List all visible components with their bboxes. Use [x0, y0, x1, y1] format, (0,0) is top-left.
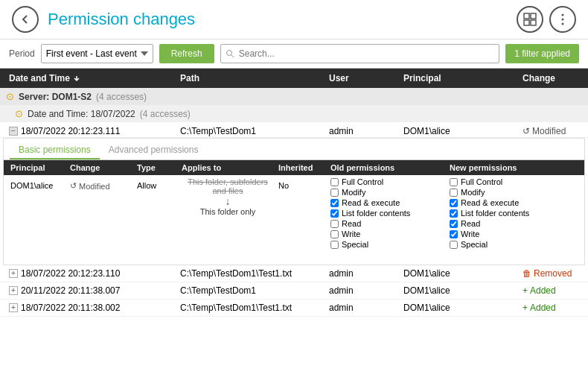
row2-principal: DOM1\alice: [400, 268, 520, 279]
row2-change: 🗑 Removed: [520, 268, 588, 279]
main-user-cell: admin: [326, 125, 400, 137]
row-3: + 20/11/2022 20:11:38.007 C:\Temp\TestDo…: [0, 282, 588, 300]
header-path: Path: [177, 73, 326, 83]
old-perm-checkbox[interactable]: [330, 199, 339, 207]
row4-change-badge: + Added: [523, 303, 556, 313]
old-perm-checkbox[interactable]: [330, 178, 339, 186]
detail-principal: DOM1\alice: [8, 177, 68, 191]
old-perm-item: Special: [330, 240, 445, 249]
server-accesses: (4 accesses): [96, 92, 147, 102]
row-4: + 18/07/2022 20:11:38.002 C:\Temp\TestDo…: [0, 300, 588, 317]
change-modified-badge: ↺ Modified: [523, 126, 566, 136]
new-perm-checkbox[interactable]: [450, 209, 458, 218]
main-change-cell: ↺ Modified: [520, 125, 588, 137]
row-2: + 18/07/2022 20:12:23.110 C:\Temp\TestDo…: [0, 265, 588, 282]
detail-tabs: Basic permissions Advanced permissions: [4, 139, 584, 160]
row2-date: + 18/07/2022 20:12:23.110: [6, 268, 177, 279]
row4-user: admin: [326, 302, 400, 314]
new-perm-checkbox[interactable]: [450, 178, 458, 186]
detail-header-type: Type: [135, 163, 179, 172]
new-perm-checkbox[interactable]: [450, 220, 458, 228]
filter-button[interactable]: 1 filter applied: [505, 44, 579, 63]
date-group-label: Date and Time: 18/07/2022: [28, 109, 135, 119]
date-icon: ⊙: [15, 108, 23, 119]
main-data-row: − 18/07/2022 20:12:23.111 C:\Temp\TestDo…: [0, 122, 588, 138]
row4-principal: DOM1\alice: [400, 302, 520, 314]
new-permissions: Full ControlModifyRead & executeList fol…: [447, 177, 566, 250]
applies-old-text: This folder, subfolders and files: [182, 177, 274, 195]
row4-expand-icon[interactable]: +: [9, 303, 18, 312]
detail-inherited: No: [276, 177, 328, 191]
new-perm-checkbox[interactable]: [450, 230, 458, 238]
tab-advanced[interactable]: Advanced permissions: [100, 142, 208, 159]
old-perm-checkbox[interactable]: [330, 230, 339, 238]
row4-date: + 18/07/2022 20:11:38.002: [6, 302, 177, 314]
header-user: User: [326, 73, 400, 83]
old-perm-item: Write: [330, 230, 445, 238]
search-input[interactable]: [220, 44, 500, 63]
table-header: Date and Time Path User Principal Change: [0, 69, 588, 88]
svg-point-5: [562, 19, 564, 21]
old-perm-item: Read & execute: [330, 198, 445, 207]
detail-header-new: New permissions: [447, 163, 566, 172]
header-right: [517, 6, 576, 33]
new-perm-checkbox[interactable]: [450, 241, 458, 249]
period-select[interactable]: First event - Last eventLast 24 hoursLas…: [41, 44, 153, 63]
back-button[interactable]: [12, 6, 39, 33]
row3-principal: DOM1\alice: [400, 285, 520, 297]
old-perm-item: Read: [330, 219, 445, 228]
detail-change: ↺ Modified: [68, 177, 135, 192]
header-change: Change: [520, 73, 588, 83]
old-perm-checkbox[interactable]: [330, 220, 339, 228]
detail-header-inherited: Inherited: [276, 163, 328, 172]
row3-change: + Added: [520, 285, 588, 297]
new-perm-item: Special: [450, 240, 564, 249]
grid-button[interactable]: [517, 6, 543, 33]
row2-user: admin: [326, 268, 400, 279]
row2-expand-icon[interactable]: +: [9, 269, 18, 278]
expand-icon[interactable]: −: [9, 127, 18, 136]
applies-arrow-icon: ↓: [226, 195, 231, 207]
row3-change-badge: + Added: [523, 285, 556, 296]
row3-date: + 20/11/2022 20:11:38.007: [6, 285, 177, 297]
app-container: Permission changes Period: [0, 0, 588, 386]
detail-change-badge: ↺ Modified: [70, 181, 110, 191]
row2-change-badge: 🗑 Removed: [523, 268, 572, 279]
svg-rect-1: [531, 13, 536, 19]
detail-header-change: Change: [68, 163, 135, 172]
new-perm-item: List folder contents: [450, 209, 564, 218]
header-datetime: Date and Time: [6, 73, 177, 83]
new-perm-item: Read & execute: [450, 198, 564, 207]
page-title: Permission changes: [48, 10, 195, 29]
detail-header-applies: Applies to: [179, 163, 276, 172]
row4-change: + Added: [520, 302, 588, 314]
period-label: Period: [9, 48, 35, 59]
old-perm-checkbox[interactable]: [330, 241, 339, 249]
new-perm-item: Read: [450, 219, 564, 228]
svg-point-6: [562, 23, 564, 25]
server-row: ⊙ Server: DOM1-S2 (4 accesses): [0, 88, 588, 105]
main-path-cell: C:\Temp\TestDom1: [177, 125, 326, 137]
old-perm-checkbox[interactable]: [330, 189, 339, 197]
detail-data-row: DOM1\alice ↺ Modified Allow This folder,…: [4, 175, 584, 265]
header-left: Permission changes: [12, 6, 195, 33]
new-perm-checkbox[interactable]: [450, 199, 458, 207]
old-perm-item: List folder contents: [330, 209, 445, 218]
new-perm-item: Full Control: [450, 177, 564, 186]
svg-point-4: [562, 14, 564, 16]
more-button[interactable]: [549, 6, 576, 33]
old-perm-item: Modify: [330, 188, 445, 197]
refresh-button[interactable]: Refresh: [159, 44, 214, 63]
tab-basic[interactable]: Basic permissions: [10, 142, 100, 159]
expanded-detail: Basic permissions Advanced permissions P…: [3, 138, 585, 265]
row3-expand-icon[interactable]: +: [9, 286, 18, 295]
server-name: Server: DOM1-S2: [19, 92, 92, 102]
new-perm-item: Write: [450, 230, 564, 238]
detail-table-header: Principal Change Type Applies to Inherit…: [4, 160, 584, 175]
applies-new-text: This folder only: [200, 207, 256, 216]
old-perm-item: Full Control: [330, 177, 445, 186]
old-perm-checkbox[interactable]: [330, 209, 339, 218]
header-principal: Principal: [400, 73, 520, 83]
new-perm-checkbox[interactable]: [450, 189, 458, 197]
date-group-row: ⊙ Date and Time: 18/07/2022 (4 accesses): [0, 105, 588, 122]
